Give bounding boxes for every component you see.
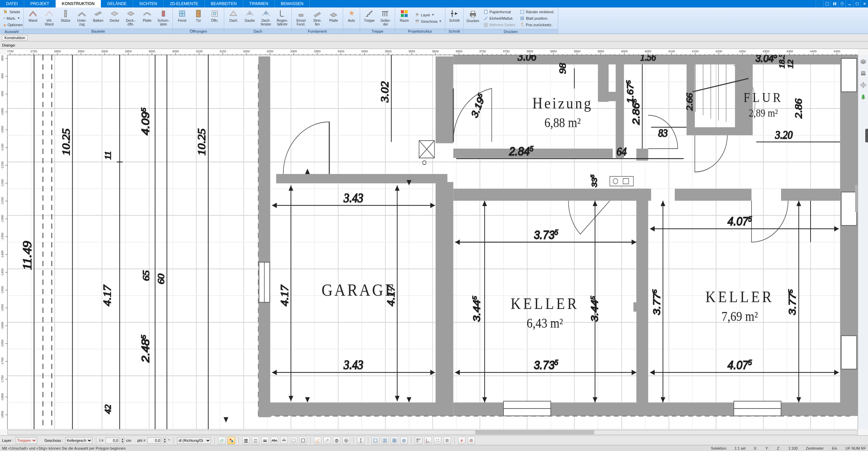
auto-button[interactable]: Auto [344, 8, 358, 28]
tree-icon[interactable] [860, 93, 867, 100]
grid-dots-button[interactable] [434, 437, 441, 444]
tab-2delemente[interactable]: 2D-ELEMENTE [164, 0, 205, 7]
tab-bemassen[interactable]: BEMASSEN [275, 0, 310, 7]
tab-trimmen[interactable]: TRIMMEN [243, 0, 275, 7]
cube-button[interactable] [333, 437, 340, 444]
lines2-button[interactable] [252, 437, 259, 444]
raender-button[interactable]: Ränder einblend. [518, 9, 556, 15]
window-icon-1[interactable] [823, 0, 831, 7]
balken-button[interactable]: Balken [90, 8, 106, 28]
view1-button[interactable] [372, 437, 379, 444]
tab-projekt[interactable]: PROJEKT [24, 0, 55, 7]
close-snap-button[interactable] [467, 437, 475, 444]
decke-button[interactable]: Decke [107, 8, 122, 28]
length-input[interactable] [106, 437, 119, 444]
hatch-button[interactable] [218, 437, 226, 444]
svg-text:10.25: 10.25 [60, 128, 72, 156]
einzelfund-button[interactable]: Einzel Fund. [293, 8, 309, 28]
origin-button[interactable] [424, 437, 432, 444]
angle-button[interactable] [314, 437, 321, 444]
north-button[interactable]: N [342, 437, 350, 444]
svg-text:6,88 m²: 6,88 m² [544, 115, 581, 130]
mode-select[interactable]: dl (Richtung/Di [177, 437, 211, 444]
svg-text:4400: 4400 [810, 50, 817, 53]
settings-icon[interactable] [816, 0, 823, 7]
platte-button[interactable]: Platte [139, 8, 155, 28]
regenfallrohr-button[interactable]: Regen- fallrohr [274, 8, 290, 28]
poszurueck-button[interactable]: Pos zurücksetz. [518, 22, 556, 28]
arrow-button[interactable] [323, 437, 331, 444]
oeffnung-button[interactable]: Öffn. [207, 8, 223, 28]
schornstein-button[interactable]: Schorn- stein [156, 8, 171, 28]
schnitt-button[interactable]: Schnitt [447, 8, 462, 28]
minimize-button[interactable] [846, 0, 853, 7]
window-icon-2[interactable] [831, 0, 838, 7]
text-abc-button[interactable]: Abc [271, 437, 278, 444]
svg-rect-369 [453, 189, 651, 201]
gaube-button[interactable]: Gaube [242, 8, 258, 28]
geschoss-dropdown[interactable]: Geschoss▼ [413, 18, 443, 24]
lines1-button[interactable] [242, 437, 250, 444]
drucken-button[interactable]: Drucken [465, 8, 481, 28]
view3d-button[interactable] [400, 437, 408, 444]
chair-icon[interactable] [860, 70, 867, 77]
phi-spinner[interactable]: ▲▼ [163, 438, 166, 443]
gelaender-button[interactable]: Gelän- der [378, 8, 393, 28]
dach-button[interactable]: Dach [226, 8, 241, 28]
svg-text:2750: 2750 [31, 50, 37, 53]
unterzug-button[interactable]: Unter- zug [74, 8, 90, 28]
stuetze-button[interactable]: Stütze [58, 8, 73, 28]
view2-button[interactable] [381, 437, 389, 444]
tab-konstruktion[interactable]: KONSTRUKTION [56, 0, 101, 7]
horizontal-scrollbar[interactable] [7, 430, 858, 435]
grid-button[interactable] [443, 437, 451, 444]
treppe-button[interactable]: Treppe [361, 8, 377, 28]
hscroll-thumb[interactable] [475, 430, 594, 434]
layer-dropdown[interactable]: Layer▼ [413, 12, 443, 18]
drawing-canvas[interactable]: 11.49 10.25 4.17 11 42 4.095 65 60 [7, 55, 858, 429]
select-button[interactable]: Selekt [2, 9, 21, 15]
wand-button[interactable]: Wand [25, 8, 41, 28]
color-button[interactable] [228, 437, 235, 444]
tab-sichten[interactable]: SICHTEN [133, 0, 164, 7]
geschoss-select[interactable]: Kellergesch [65, 437, 92, 444]
target-icon[interactable] [860, 82, 867, 88]
tab-datei[interactable]: DATEI [0, 0, 24, 7]
blattpos-button[interactable]: Blatt position. [518, 15, 556, 21]
dachfenster-button[interactable]: Dach- fenster [258, 8, 274, 28]
view4-button[interactable] [391, 437, 398, 444]
fenster-button[interactable]: Fenst [174, 8, 190, 28]
streifen-button[interactable]: Strei- fen [309, 8, 325, 28]
lines3-button[interactable] [261, 437, 269, 444]
virtwand-button[interactable]: Virt. Wand [41, 8, 57, 28]
svg-text:3450: 3450 [361, 50, 368, 53]
rulers-button[interactable] [415, 437, 422, 444]
papierformat-button[interactable]: Papierformat [482, 9, 516, 15]
mark-button[interactable]: Mark.▼ [2, 15, 21, 21]
tuer-button[interactable]: Tür [191, 8, 206, 28]
svg-rect-368 [598, 92, 624, 101]
layers-icon[interactable] [860, 58, 867, 65]
cursor-text-button[interactable] [357, 437, 365, 444]
raum-button[interactable]: Raum [396, 8, 412, 28]
tab-bearbeiten[interactable]: BEARBEITEN [205, 0, 243, 7]
einheit-button[interactable]: Einheit/Maßst. [482, 15, 516, 21]
optionen-button[interactable]: +Optionen [2, 22, 21, 28]
close-button[interactable] [861, 0, 868, 7]
deckoeffn-button[interactable]: Deck.- öffn. [123, 8, 139, 28]
length-spinner[interactable]: ▲▼ [121, 438, 124, 443]
help-icon[interactable]: ? [838, 0, 846, 7]
mehrere-button[interactable]: Mehrere Seiten [482, 22, 516, 28]
fundplatte-button[interactable]: Platte [326, 8, 341, 28]
svg-rect-490 [292, 439, 295, 442]
vscroll-thumb[interactable] [855, 185, 858, 212]
maximize-button[interactable] [853, 0, 861, 7]
phi-input[interactable] [147, 437, 161, 444]
side-grip[interactable] [865, 129, 868, 142]
snap-button[interactable] [458, 437, 465, 444]
tab-gelaende[interactable]: GELÄNDE [101, 0, 133, 7]
layer-select[interactable]: Treppen [16, 437, 37, 444]
rect-button[interactable] [299, 437, 307, 444]
rect-dash-button[interactable] [290, 437, 297, 444]
dim-toggle-button[interactable]: 1.2 [280, 437, 288, 444]
